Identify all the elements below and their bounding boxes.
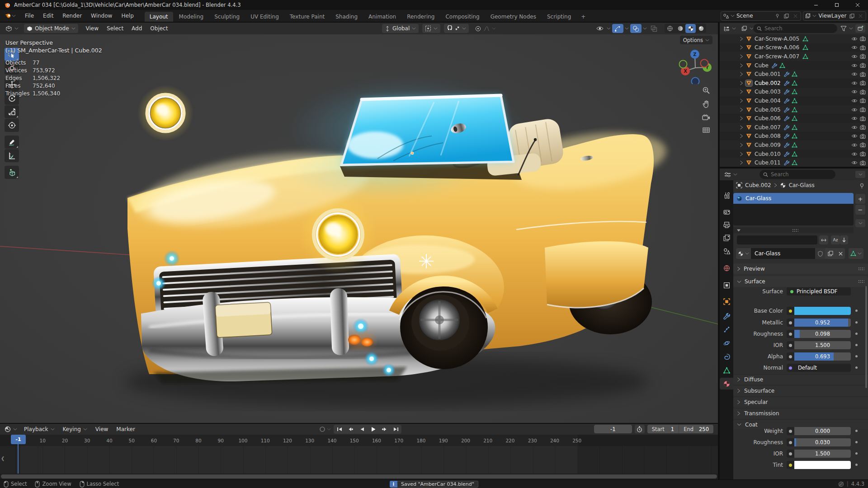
new-scene-button[interactable] bbox=[783, 12, 790, 19]
disable-in-renders-toggle[interactable] bbox=[860, 54, 866, 59]
outliner-search-input[interactable]: Search bbox=[753, 24, 837, 33]
jump-to-start-button[interactable] bbox=[334, 425, 345, 434]
material-name-field[interactable]: Car-Glass bbox=[751, 248, 815, 259]
hide-in-viewport-toggle[interactable] bbox=[851, 72, 858, 76]
tab-modifiers[interactable] bbox=[720, 310, 733, 322]
hide-in-viewport-toggle[interactable] bbox=[851, 89, 858, 94]
workspace-tab-shading[interactable]: Shading bbox=[330, 12, 363, 22]
outliner-row[interactable]: Car-Screw-A.005 bbox=[720, 34, 868, 43]
hide-in-viewport-toggle[interactable] bbox=[851, 108, 858, 112]
workspace-tab-sculpting[interactable]: Sculpting bbox=[209, 12, 245, 22]
material-specials-button[interactable] bbox=[855, 219, 865, 227]
new-collection-button[interactable] bbox=[855, 24, 865, 33]
region-toggle-arrow[interactable]: ❮ bbox=[1, 456, 5, 461]
outliner-row[interactable]: Cube.010 bbox=[720, 150, 868, 159]
hide-in-viewport-toggle[interactable] bbox=[851, 134, 858, 138]
tab-tool[interactable] bbox=[720, 189, 733, 201]
disclosure-triangle-icon[interactable] bbox=[740, 37, 743, 41]
breadcrumb-object[interactable]: Cube.002 bbox=[745, 182, 771, 188]
tab-render[interactable] bbox=[720, 206, 733, 217]
properties-search-input[interactable]: Search bbox=[760, 170, 835, 179]
disable-in-renders-toggle[interactable] bbox=[860, 125, 866, 130]
color-swatch-field[interactable] bbox=[794, 461, 851, 469]
timeline-menu-keying[interactable]: Keying bbox=[59, 423, 91, 435]
socket-button[interactable] bbox=[787, 307, 794, 315]
properties-editor-type-button[interactable] bbox=[722, 170, 740, 179]
show-overlays-toggle[interactable] bbox=[630, 24, 642, 33]
minimize-button[interactable] bbox=[806, 0, 826, 10]
viewport-menu-select[interactable]: Select bbox=[103, 23, 127, 34]
enum-field[interactable]: Principled BSDF bbox=[787, 287, 851, 296]
disable-in-renders-toggle[interactable] bbox=[860, 116, 866, 121]
timeline-scrollbar[interactable] bbox=[0, 474, 718, 479]
properties-scrollbar[interactable] bbox=[865, 286, 867, 388]
blender-menu-button[interactable] bbox=[0, 10, 20, 22]
hide-in-viewport-toggle[interactable] bbox=[851, 143, 858, 147]
section-specular[interactable]: Specular bbox=[733, 397, 868, 407]
add-material-slot-button[interactable]: + bbox=[855, 194, 865, 204]
disclosure-triangle-icon[interactable] bbox=[740, 152, 743, 156]
outliner-row[interactable]: Cube.003 bbox=[720, 88, 868, 97]
disable-in-renders-toggle[interactable] bbox=[860, 63, 866, 68]
hide-in-viewport-toggle[interactable] bbox=[851, 152, 858, 156]
breadcrumb-material[interactable]: Car-Glass bbox=[789, 182, 815, 188]
pan-button[interactable] bbox=[702, 100, 712, 108]
color-swatch-field[interactable] bbox=[794, 307, 851, 315]
timeline-ruler[interactable]: 1020304050607080901001101201301401501601… bbox=[0, 435, 718, 446]
socket-button[interactable] bbox=[787, 330, 794, 338]
maximize-button[interactable] bbox=[826, 0, 847, 10]
disclosure-triangle-icon[interactable] bbox=[740, 134, 743, 138]
outliner-row[interactable]: Cube.011 bbox=[720, 158, 868, 167]
socket-button[interactable] bbox=[787, 438, 794, 446]
disclosure-triangle-icon[interactable] bbox=[740, 81, 743, 85]
slider-field[interactable]: 0.000 bbox=[794, 427, 851, 435]
slider-field[interactable]: 1.500 bbox=[794, 450, 851, 458]
section-transmission[interactable]: Transmission bbox=[733, 408, 868, 418]
hide-in-viewport-toggle[interactable] bbox=[851, 81, 858, 85]
chevron-down-icon[interactable] bbox=[849, 27, 853, 30]
slider-field[interactable]: 0.693 bbox=[794, 352, 851, 361]
outliner-row[interactable]: Cube.008 bbox=[720, 132, 868, 141]
outliner-row[interactable]: Cube.001 bbox=[720, 70, 868, 79]
menu-render[interactable]: Render bbox=[58, 10, 86, 22]
tab-collection[interactable] bbox=[720, 279, 733, 291]
outliner-row[interactable]: Cube.009 bbox=[720, 141, 868, 150]
close-button[interactable] bbox=[847, 0, 868, 10]
disclosure-triangle-icon[interactable] bbox=[740, 54, 743, 59]
animate-property-dot[interactable] bbox=[855, 333, 858, 335]
animate-property-dot[interactable] bbox=[855, 366, 858, 369]
playhead-badge[interactable]: -1 bbox=[11, 435, 26, 444]
outliner-row[interactable]: Cube bbox=[720, 61, 868, 70]
tool-measure[interactable] bbox=[5, 149, 19, 162]
next-keyframe-button[interactable] bbox=[379, 425, 390, 434]
gizmo-neg-x-axis[interactable] bbox=[701, 60, 708, 67]
animate-property-dot[interactable] bbox=[855, 430, 858, 432]
disable-in-renders-toggle[interactable] bbox=[860, 72, 866, 77]
scene-selector[interactable]: Scene bbox=[721, 11, 801, 21]
new-view-layer-button[interactable] bbox=[848, 12, 855, 19]
socket-button[interactable] bbox=[787, 427, 794, 435]
material-slot-list[interactable]: Car-Glass bbox=[733, 193, 854, 225]
vector-field[interactable]: Default bbox=[794, 364, 851, 372]
chevron-down-icon[interactable] bbox=[607, 27, 611, 30]
chevron-down-icon[interactable] bbox=[625, 27, 629, 30]
disable-in-renders-toggle[interactable] bbox=[860, 134, 866, 139]
animate-property-dot[interactable] bbox=[855, 464, 858, 466]
snapping-controls[interactable] bbox=[444, 24, 469, 33]
pivot-point-dropdown[interactable] bbox=[422, 24, 440, 33]
workspace-tab-scripting[interactable]: Scripting bbox=[542, 12, 576, 22]
disable-in-renders-toggle[interactable] bbox=[860, 160, 866, 165]
workspace-tab-layout[interactable]: Layout bbox=[145, 12, 173, 22]
fake-user-button[interactable] bbox=[815, 248, 825, 259]
surface-panel-header[interactable]: Surface bbox=[733, 276, 868, 287]
workspace-tab-texture-paint[interactable]: Texture Paint bbox=[285, 12, 330, 22]
proportional-editing-controls[interactable] bbox=[472, 24, 499, 33]
shading-material-preview-button[interactable] bbox=[685, 24, 696, 33]
gizmo-neg-z-axis[interactable] bbox=[692, 78, 699, 84]
socket-button[interactable] bbox=[787, 319, 794, 327]
disclosure-triangle-icon[interactable] bbox=[740, 45, 743, 50]
visibility-dropdown[interactable] bbox=[594, 24, 605, 33]
show-gizmo-toggle[interactable] bbox=[612, 24, 623, 33]
sort-alpha-button[interactable]: Az bbox=[831, 235, 840, 244]
section-subsurface[interactable]: Subsurface bbox=[733, 385, 868, 395]
